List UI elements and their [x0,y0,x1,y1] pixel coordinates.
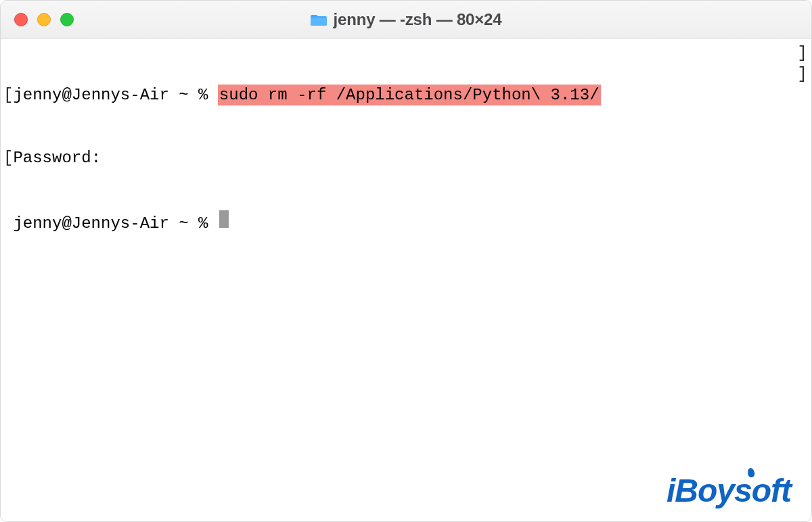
command-highlight: sudo rm -rf /Applications/Python\ 3.13/ [218,85,601,105]
terminal-line-3: jenny@Jennys-Air ~ % [3,210,809,234]
maximize-button[interactable] [60,13,74,26]
right-bracket: ] [798,64,807,85]
terminal-line-2: [Password: ] [3,147,809,168]
window-title: jenny — -zsh — 80×24 [311,10,502,29]
password-prompt: Password: [13,147,101,168]
minimize-button[interactable] [37,13,51,26]
watermark-logo: iBoysoft [667,472,791,509]
window-title-text: jenny — -zsh — 80×24 [334,10,502,29]
shell-prompt: jenny@Jennys-Air ~ % [3,213,218,234]
cursor-block-icon [219,210,229,228]
window-titlebar[interactable]: jenny — -zsh — 80×24 [1,1,811,39]
traffic-lights [14,13,74,26]
terminal-line-1: [jenny@Jennys-Air ~ % sudo rm -rf /Appli… [3,85,809,105]
left-bracket: [ [3,147,13,168]
shell-prompt: jenny@Jennys-Air ~ % [13,85,217,105]
right-bracket: ] [798,43,807,64]
close-button[interactable] [14,13,28,26]
left-bracket: [ [3,85,13,105]
terminal-content[interactable]: [jenny@Jennys-Air ~ % sudo rm -rf /Appli… [1,39,811,521]
folder-icon [311,13,327,26]
watermark-text: iBoysoft [667,473,791,508]
terminal-window: jenny — -zsh — 80×24 [jenny@Jennys-Air ~… [0,0,812,522]
